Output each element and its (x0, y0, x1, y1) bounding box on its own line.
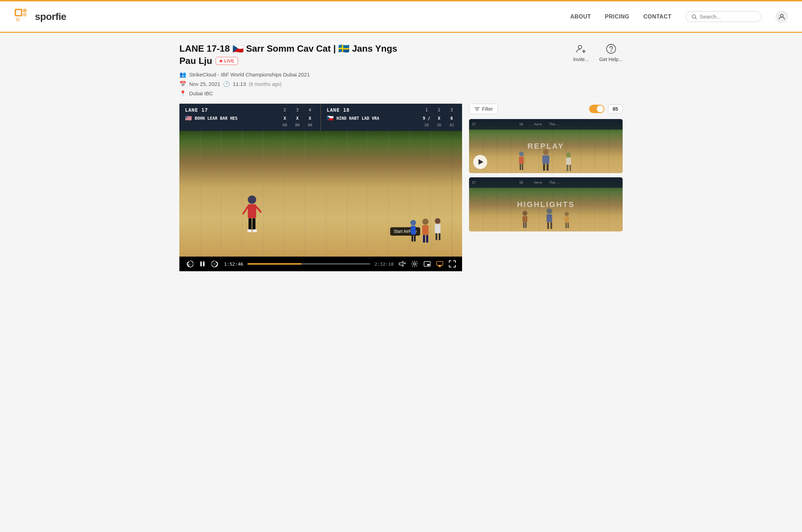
lane17-t2: 80 (292, 123, 302, 127)
meta-date-row: 📅 Nov 25, 2021 🕐 11:13 (8 months ago) (179, 81, 546, 87)
forward-icon: 10 (211, 260, 219, 268)
live-label: LIVE (224, 58, 234, 64)
meta-location-row: 📍 Dubai IBC (179, 90, 546, 97)
lane18-flag: 🇨🇿 (327, 115, 334, 121)
logo[interactable]: sporfie (14, 8, 66, 25)
lane17-col2: 3 (292, 108, 302, 112)
svg-point-59 (519, 152, 524, 156)
help-button[interactable]: Get Help... (599, 43, 623, 62)
users-icon: 👥 (179, 71, 186, 78)
filter-button[interactable]: Filter (469, 104, 498, 114)
lane18-t3: 42 (447, 123, 456, 127)
invite-icon (575, 43, 587, 54)
svg-point-37 (422, 219, 429, 225)
search-box[interactable] (685, 11, 762, 22)
toggle-knob (597, 105, 604, 112)
event-location: Dubai IBC (189, 90, 213, 96)
pip-button[interactable] (423, 260, 431, 268)
user-account-button[interactable] (775, 10, 788, 23)
svg-rect-76 (547, 214, 552, 222)
forward-10-button[interactable]: 10 (211, 259, 220, 268)
svg-point-5 (692, 15, 696, 18)
nav-about[interactable]: ABOUT (570, 14, 591, 20)
svg-rect-29 (248, 218, 252, 230)
rewind-icon: 10 (186, 260, 193, 268)
svg-point-67 (566, 153, 571, 157)
nav-pricing[interactable]: PRICING (605, 14, 629, 20)
video-frame[interactable]: Start AirPlay (179, 131, 462, 257)
pause-button[interactable] (198, 260, 207, 268)
svg-rect-55 (437, 261, 443, 265)
fullscreen-button[interactable] (448, 260, 456, 268)
pause-icon (199, 260, 206, 267)
highlights-thumbnail: 17 18 here The... (469, 177, 623, 231)
progress-fill (247, 263, 302, 265)
filter-bar: Filter 85 (469, 104, 623, 114)
clock-icon: 🕐 (223, 81, 230, 87)
lane17-title: LANE 17 (185, 107, 208, 113)
mute-icon (399, 260, 406, 267)
title-text-line1: LANE 17-18 🇨🇿 Sarr Somm Cav Cat | 🇸🇪 Jan… (179, 43, 397, 54)
play-triangle-icon (478, 159, 483, 165)
lane18-col1: 1 (422, 108, 431, 112)
live-badge: LIVE (216, 57, 238, 65)
nav-contact[interactable]: CONTACT (643, 14, 671, 20)
svg-line-28 (256, 207, 261, 212)
replay-thumbnail: 17 18 here The... (469, 119, 623, 173)
meta-area: 👥 StrikeCloud - IBF World Championships … (179, 71, 546, 97)
svg-point-79 (565, 212, 569, 216)
action-buttons: Invite... Get Help... (573, 43, 623, 62)
svg-rect-80 (565, 216, 569, 223)
replay-clip-card[interactable]: 17 18 here The... (469, 119, 623, 173)
auto-play-toggle[interactable] (589, 105, 604, 113)
svg-rect-38 (422, 225, 429, 235)
lane18-s3: 6 (447, 116, 456, 121)
svg-rect-26 (248, 204, 256, 218)
lane17-s1: X (280, 116, 290, 121)
live-dot (220, 60, 222, 62)
svg-rect-54 (427, 264, 430, 266)
highlights-score-overlay: 17 18 here The... (469, 177, 623, 188)
svg-rect-1 (16, 10, 21, 15)
replay-score-text: 17 18 here The... (472, 123, 561, 126)
lane18-s1: 9 / (422, 116, 431, 121)
filter-label: Filter (482, 106, 493, 112)
video-controls: 10 10 (179, 257, 462, 271)
airplay-icon (436, 260, 443, 267)
settings-button[interactable] (410, 260, 419, 268)
meta-event-row: 👥 StrikeCloud - IBF World Championships … (179, 71, 546, 78)
svg-point-11 (607, 44, 616, 53)
title-section: LANE 17-18 🇨🇿 Sarr Somm Cav Cat | 🇸🇪 Jan… (179, 43, 623, 97)
svg-rect-3 (23, 13, 27, 16)
lane18-col2: 2 (434, 108, 444, 112)
svg-marker-49 (399, 261, 403, 266)
svg-rect-42 (435, 224, 440, 233)
clip-count-badge: 85 (608, 104, 623, 113)
scoreboard: LANE 17 2 3 4 🇺🇸 BOHN LEAR BAR HES (179, 104, 462, 131)
replay-label: REPLAY (527, 142, 564, 151)
progress-bar[interactable] (247, 263, 370, 265)
search-input[interactable] (700, 14, 756, 20)
title-text-line2: Pau Lju (179, 56, 212, 66)
replay-play-button[interactable] (473, 155, 487, 169)
invite-button[interactable]: Invite... (573, 43, 589, 62)
svg-point-41 (435, 218, 440, 224)
highlights-clip-card[interactable]: 17 18 here The... (469, 177, 623, 231)
svg-point-33 (410, 220, 416, 226)
svg-rect-39 (423, 235, 425, 243)
video-player[interactable]: LANE 17 2 3 4 🇺🇸 BOHN LEAR BAR HES (179, 104, 462, 271)
svg-rect-47 (203, 261, 205, 266)
svg-rect-66 (547, 164, 549, 171)
svg-rect-73 (523, 222, 525, 228)
svg-point-12 (610, 51, 611, 52)
search-icon (691, 14, 697, 20)
svg-rect-65 (543, 164, 545, 171)
svg-point-25 (248, 195, 256, 204)
svg-rect-46 (200, 261, 202, 266)
rewind-10-button[interactable]: 10 (185, 259, 194, 268)
airplay-button[interactable] (436, 260, 444, 268)
lane18-col3: 3 (447, 108, 456, 112)
svg-rect-70 (570, 165, 571, 171)
mute-button[interactable] (398, 260, 406, 268)
highlights-label: HIGHLIGHTS (517, 200, 575, 209)
